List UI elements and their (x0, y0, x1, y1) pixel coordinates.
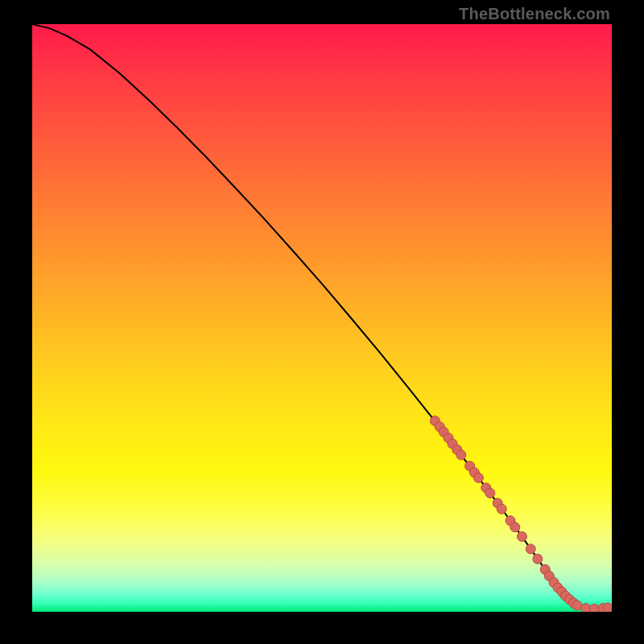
marker-point (517, 532, 526, 542)
marker-point (526, 544, 535, 554)
marker-point (572, 601, 582, 610)
marker-group (430, 416, 612, 612)
marker-point (581, 604, 591, 612)
marker-point (603, 603, 612, 612)
marker-point (485, 489, 495, 498)
marker-point (497, 504, 506, 514)
chart-overlay (32, 24, 612, 612)
marker-point (589, 604, 599, 612)
marker-point (473, 473, 483, 483)
plot-area (32, 24, 612, 612)
chart-frame: TheBottleneck.com (0, 0, 644, 644)
marker-point (510, 522, 520, 532)
watermark-text: TheBottleneck.com (459, 5, 610, 23)
marker-point (456, 450, 466, 460)
marker-point (533, 554, 543, 564)
bottleneck-curve (32, 24, 612, 609)
